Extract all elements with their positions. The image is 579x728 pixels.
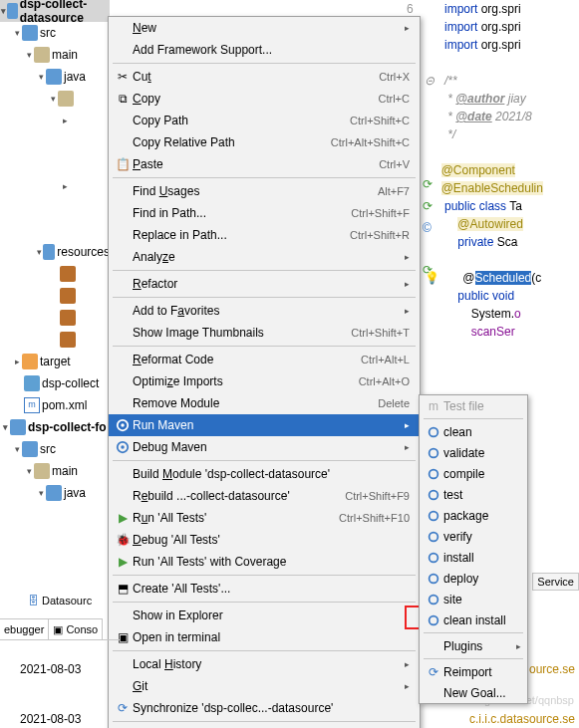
svg-point-4	[430, 427, 438, 436]
menu-run-all-tests[interactable]: ▶Run 'All Tests'Ctrl+Shift+F10	[109, 507, 420, 529]
run-maven-submenu: mTest file clean validate compile test p…	[419, 394, 528, 704]
svg-point-9	[430, 532, 438, 541]
tree-root[interactable]: ▾dsp-collect-datasource	[0, 0, 110, 22]
menu-find-in-path[interactable]: Find in Path...Ctrl+Shift+F	[109, 202, 420, 224]
svg-point-11	[430, 574, 438, 583]
tree-item-fo[interactable]: ▾dsp-collect-fo	[0, 416, 110, 438]
sub-compile[interactable]: compile	[420, 463, 527, 484]
tree-item[interactable]	[0, 307, 110, 329]
menu-run-maven[interactable]: Run Maven▸	[109, 414, 420, 436]
sub-reimport[interactable]: ⟳Reimport	[420, 661, 527, 682]
tree-item-src2[interactable]: ▾src	[0, 438, 110, 460]
sub-deploy[interactable]: deploy	[420, 568, 527, 589]
tree-item[interactable]	[0, 285, 110, 307]
menu-create-tests[interactable]: ⬒Create 'All Tests'...	[109, 578, 420, 600]
menu-open-terminal[interactable]: ▣Open in terminal	[109, 626, 420, 648]
menu-remove-module[interactable]: Remove ModuleDelete	[109, 392, 420, 414]
menu-analyze[interactable]: Analyze▸	[109, 246, 420, 268]
services-tab[interactable]: Service	[532, 573, 579, 591]
menu-show-thumbnails[interactable]: Show Image ThumbnailsCtrl+Shift+T	[109, 322, 420, 344]
tree-item-main[interactable]: ▾main	[0, 44, 110, 66]
tree-item-src[interactable]: ▾src	[0, 22, 110, 44]
maven-icon	[116, 440, 130, 454]
sync-icon: ⟳	[113, 701, 133, 715]
gear-icon	[427, 613, 440, 627]
tool-window-tabs: ebugger ▣Conso	[0, 618, 120, 640]
gear-icon	[427, 467, 440, 481]
console-line: ource.se	[529, 662, 575, 676]
menu-refactor[interactable]: Refactor▸	[109, 273, 420, 295]
sub-clean-install[interactable]: clean install	[420, 609, 527, 630]
console-line: c.i.i.c.datasource.se	[469, 712, 575, 726]
tab-debugger[interactable]: ebugger	[0, 618, 49, 639]
tree-item-java2[interactable]: ▾java	[0, 482, 110, 504]
tree-item[interactable]: ▾	[0, 88, 110, 110]
tree-item-iml[interactable]: dsp-collect	[0, 372, 110, 394]
menu-git[interactable]: Git▸	[109, 675, 420, 697]
gear-icon	[427, 446, 440, 460]
sub-test-file[interactable]: mTest file	[420, 395, 527, 416]
copy-icon: ⧉	[113, 92, 133, 106]
menu-replace-in-path[interactable]: Replace in Path...Ctrl+Shift+R	[109, 224, 420, 246]
svg-point-12	[430, 595, 438, 604]
console-output: 2021-08-03	[20, 712, 81, 726]
menu-optimize-imports[interactable]: Optimize ImportsCtrl+Alt+O	[109, 370, 420, 392]
tree-item-target[interactable]: ▸target	[0, 351, 110, 372]
tree-item-main2[interactable]: ▾main	[0, 460, 110, 482]
tree-item[interactable]: ▸	[0, 175, 110, 197]
console-output: 2021-08-03	[20, 662, 81, 676]
sub-clean[interactable]: clean	[420, 421, 527, 442]
tree-item-resources[interactable]: ▾resources	[0, 241, 110, 263]
menu-add-framework[interactable]: Add Framework Support...	[109, 39, 420, 61]
svg-point-10	[430, 553, 438, 562]
gear-icon	[427, 551, 440, 565]
coverage-icon: ▶	[113, 555, 133, 569]
sub-new-goal[interactable]: New Goal...	[420, 682, 527, 703]
menu-rebuild[interactable]: Rebuild ...-collect-datasource'Ctrl+Shif…	[109, 485, 420, 507]
menu-paste[interactable]: 📋PasteCtrl+V	[109, 153, 420, 175]
menu-add-favorites[interactable]: Add to Favorites▸	[109, 300, 420, 322]
svg-point-5	[430, 448, 438, 457]
sub-test[interactable]: test	[420, 484, 527, 505]
sub-validate[interactable]: validate	[420, 442, 527, 463]
menu-local-history[interactable]: Local History▸	[109, 653, 420, 675]
menu-copy-path[interactable]: Copy PathCtrl+Shift+C	[109, 110, 420, 131]
svg-point-1	[121, 423, 125, 427]
db-icon: 🗄	[28, 595, 39, 607]
menu-debug-all-tests[interactable]: 🐞Debug 'All Tests'	[109, 529, 420, 551]
menu-copy[interactable]: ⧉CopyCtrl+C	[109, 88, 420, 110]
menu-copy-relative-path[interactable]: Copy Relative PathCtrl+Alt+Shift+C	[109, 131, 420, 153]
svg-point-7	[430, 490, 438, 499]
tree-item[interactable]: ▸	[0, 110, 110, 131]
tree-item-pom[interactable]: mpom.xml	[0, 394, 110, 416]
gear-icon	[427, 572, 440, 586]
menu-run-coverage[interactable]: ▶Run 'All Tests' with Coverage	[109, 551, 420, 573]
menu-find-usages[interactable]: Find UsagesAlt+F7	[109, 180, 420, 202]
cut-icon: ✂	[113, 70, 133, 84]
context-menu: New▸ Add Framework Support... ✂CutCtrl+X…	[108, 16, 421, 728]
maven-icon	[116, 418, 130, 432]
menu-new[interactable]: New▸	[109, 17, 420, 39]
menu-build-module[interactable]: Build Module 'dsp-collect-datasource'	[109, 463, 420, 485]
create-icon: ⬒	[113, 582, 133, 596]
tab-datasource[interactable]: 🗄Datasourc	[28, 595, 92, 607]
tree-item[interactable]	[0, 329, 110, 351]
sub-install[interactable]: install	[420, 547, 527, 568]
menu-synchronize[interactable]: ⟳Synchronize 'dsp-collec...-datasource'	[109, 697, 420, 719]
menu-show-explorer[interactable]: Show in Explorer	[109, 605, 420, 626]
sub-site[interactable]: site	[420, 589, 527, 609]
sub-package[interactable]: package	[420, 505, 527, 526]
menu-cut[interactable]: ✂CutCtrl+X	[109, 66, 420, 88]
gear-icon	[427, 425, 440, 439]
sub-verify[interactable]: verify	[420, 526, 527, 547]
menu-directory-path[interactable]: Directory PathCtrl+Alt+F12	[109, 724, 420, 728]
menu-debug-maven[interactable]: Debug Maven▸	[109, 436, 420, 458]
menu-reformat[interactable]: Reformat CodeCtrl+Alt+L	[109, 349, 420, 370]
tree-item[interactable]	[0, 263, 110, 285]
code-editor[interactable]: 6 import org.spri import org.spri import…	[425, 0, 579, 341]
svg-point-6	[430, 469, 438, 478]
tree-item-java[interactable]: ▾java	[0, 66, 110, 88]
tab-console[interactable]: ▣Conso	[49, 618, 103, 639]
sub-plugins[interactable]: Plugins▸	[420, 635, 527, 656]
gear-icon	[427, 593, 440, 607]
